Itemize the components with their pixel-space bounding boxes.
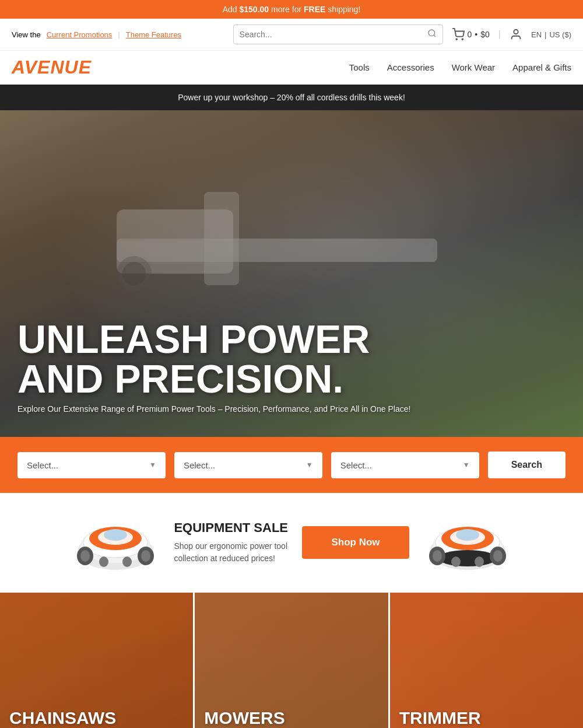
sale-description: Shop our ergonomic power tool collection… <box>174 540 290 565</box>
theme-features-link[interactable]: Theme Features <box>126 30 181 39</box>
hero-title: UNLEASH POWER AND PRECISION. <box>17 319 410 398</box>
chevron-down-icon-1: ▼ <box>149 461 156 469</box>
cart-icon <box>452 28 465 41</box>
region-label: US ($) <box>549 30 571 39</box>
robot-mower-right <box>421 510 514 575</box>
filter-search-button[interactable]: Search <box>488 452 566 478</box>
nav-item-apparel[interactable]: Apparel & Gifts <box>512 62 571 73</box>
current-promotions-link[interactable]: Current Promotions <box>47 30 113 39</box>
shipping-free: FREE <box>304 5 325 14</box>
svg-point-20 <box>141 550 150 562</box>
equipment-sale-banner: EQUIPMENT SALE Shop our ergonomic power … <box>0 493 583 593</box>
main-nav: AVENUE Tools Accessories Work Wear Appar… <box>0 51 583 85</box>
svg-point-35 <box>475 556 484 567</box>
svg-line-1 <box>434 35 436 37</box>
view-text: View the <box>12 30 41 39</box>
chevron-down-icon-2: ▼ <box>306 461 313 469</box>
logo[interactable]: AVENUE <box>12 57 92 78</box>
nav-right: 0 • $0 | EN | US ($) <box>233 24 571 44</box>
mowers-label: MOWERS Transform your lawn with STIHL's … <box>204 708 378 728</box>
hero-section: UNLEASH POWER AND PRECISION. Explore Our… <box>0 110 583 437</box>
robot-mower-left <box>69 510 162 575</box>
filter-select-1[interactable]: Select... ▼ <box>17 452 166 478</box>
svg-rect-10 <box>204 192 239 285</box>
chevron-down-icon-3: ▼ <box>463 461 470 469</box>
svg-point-3 <box>462 38 463 40</box>
nav-item-workwear[interactable]: Work Wear <box>452 62 495 73</box>
shop-now-button[interactable]: Shop Now <box>302 526 409 559</box>
svg-point-2 <box>456 38 457 40</box>
svg-point-16 <box>104 529 127 541</box>
nav-item-accessories[interactable]: Accessories <box>387 62 434 73</box>
mowers-title: MOWERS <box>204 708 378 728</box>
hero-subtitle: Explore Our Extensive Range of Premium P… <box>17 404 410 414</box>
svg-point-21 <box>99 556 108 567</box>
search-icon <box>427 29 437 38</box>
chainsaws-label: CHAINSAWS Experience unparalleled cuttin… <box>9 708 184 728</box>
top-bar: Add $150.00 more for FREE shipping! <box>0 0 583 19</box>
cart-widget[interactable]: 0 • $0 <box>452 28 490 41</box>
nav-item-tools[interactable]: Tools <box>349 62 370 73</box>
secondary-nav: View the Current Promotions | Theme Feat… <box>0 19 583 51</box>
shipping-prefix: Add <box>223 5 240 14</box>
filter-select-2-label: Select... <box>184 460 215 470</box>
filter-bar: Select... ▼ Select... ▼ Select... ▼ Sear… <box>0 437 583 493</box>
promo-text: Power up your workshop – 20% off all cor… <box>178 93 405 102</box>
trimmers-title: TRIMMER <box>399 708 574 728</box>
chainsaws-title: CHAINSAWS <box>9 708 184 728</box>
search-submit-button[interactable] <box>427 29 437 40</box>
svg-point-18 <box>80 550 90 562</box>
category-grid: CHAINSAWS Experience unparalleled cuttin… <box>0 593 583 728</box>
promo-links: View the Current Promotions | Theme Feat… <box>12 30 181 39</box>
nav-divider: | <box>118 30 120 39</box>
nav-links: Tools Accessories Work Wear Apparel & Gi… <box>349 62 571 73</box>
svg-point-28 <box>456 529 479 541</box>
cart-count: 0 <box>468 30 472 39</box>
filter-select-2[interactable]: Select... ▼ <box>174 452 322 478</box>
lang-label: EN <box>531 30 542 39</box>
svg-point-9 <box>122 262 146 285</box>
promo-banner: Power up your workshop – 20% off all cor… <box>0 85 583 110</box>
locale-selector[interactable]: EN | US ($) <box>531 30 571 39</box>
locale-divider2: | <box>545 30 546 39</box>
svg-point-34 <box>451 556 461 567</box>
hero-content: UNLEASH POWER AND PRECISION. Explore Our… <box>0 319 428 437</box>
svg-point-22 <box>122 556 132 567</box>
trimmers-label: TRIMMER Achieve professional-gro <box>399 708 574 728</box>
category-item-chainsaws[interactable]: CHAINSAWS Experience unparalleled cuttin… <box>0 593 195 728</box>
cart-bullet: • <box>475 30 477 39</box>
filter-select-3-label: Select... <box>340 460 372 470</box>
svg-point-29 <box>438 550 497 566</box>
category-item-trimmers[interactable]: TRIMMER Achieve professional-gro <box>390 593 583 728</box>
shipping-amount: $150.00 <box>240 5 269 14</box>
svg-point-4 <box>514 30 518 34</box>
shipping-more: more for <box>271 5 304 14</box>
sale-title: EQUIPMENT SALE <box>174 520 290 536</box>
svg-point-0 <box>429 30 435 36</box>
svg-point-31 <box>433 550 442 562</box>
filter-select-3[interactable]: Select... ▼ <box>331 452 479 478</box>
locale-divider: | <box>498 29 501 40</box>
search-box[interactable] <box>233 24 443 44</box>
category-item-mowers[interactable]: MOWERS Transform your lawn with STIHL's … <box>195 593 389 728</box>
user-icon[interactable] <box>510 28 522 41</box>
search-input[interactable] <box>240 30 427 39</box>
sale-text: EQUIPMENT SALE Shop our ergonomic power … <box>174 520 290 565</box>
filter-select-1-label: Select... <box>27 460 58 470</box>
shipping-text: shipping! <box>328 5 360 14</box>
cart-price: $0 <box>480 30 490 39</box>
svg-point-33 <box>493 550 503 562</box>
